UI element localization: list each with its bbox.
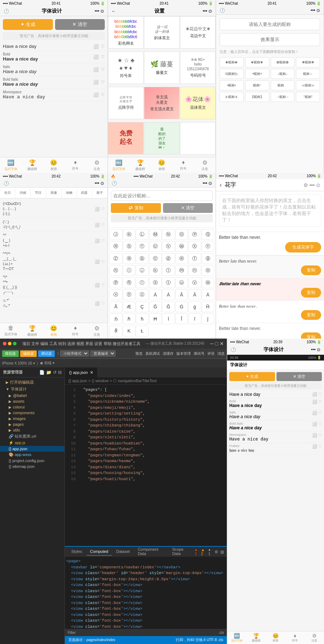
font-actions-mono[interactable]: ⬜♡ (93, 92, 105, 97)
char-a[interactable]: ⓐ (123, 253, 136, 264)
nick-style-16[interactable]: °昵称° (296, 92, 320, 102)
tree-open-editors[interactable]: ▶ 打开的编辑器 (0, 379, 64, 386)
gear-icon-6[interactable]: ⚙ ••• ⊙ (303, 182, 320, 188)
char-U[interactable]: Ⓤ (149, 241, 162, 252)
tree-project-root[interactable]: ▼ 字体设计 (0, 386, 64, 393)
copy-icons-1[interactable]: ⬜♡ (95, 207, 105, 211)
tab-weapon[interactable]: 武器 (77, 188, 93, 198)
nav-font-2[interactable]: 🔤花式字体 (108, 157, 130, 173)
char-H3[interactable]: ℏ (123, 313, 136, 324)
nav-settings-2[interactable]: ⚙注意 (194, 157, 216, 173)
sim-generate-btn[interactable]: ✦ 生成 (229, 372, 275, 381)
grid-flower-en[interactable]: 🌸花体🌸 花体英文 (180, 87, 216, 119)
copy-icons-2[interactable]: ⬜♡ (95, 223, 105, 227)
tree-pages[interactable]: ▶ pages (0, 421, 64, 427)
nav-emoji-4[interactable]: 😊表情 (43, 323, 65, 339)
copy-icons-6[interactable]: ⬜♡ (95, 301, 105, 306)
minimize-btn[interactable] (8, 342, 12, 345)
grid-number[interactable]: ⑨⊕ 9G+hello13512345678 号码符号 (180, 52, 216, 84)
char-text-input[interactable] (111, 191, 213, 201)
sim-clear-btn[interactable]: ✕ 清空 (276, 372, 322, 381)
tree-app-wxss[interactable]: 🎨 app.wxss (0, 452, 64, 458)
tab-app-json[interactable]: {} app.json ✕ (65, 367, 98, 377)
nick-style-6[interactable]: ༄昵称༄ (245, 69, 269, 79)
maximize-btn[interactable] (13, 342, 17, 345)
nick-style-14[interactable]: 【昵称】 (245, 92, 269, 102)
tree-project-config[interactable]: {} project.config.json (0, 458, 64, 464)
sim-nav-rank[interactable]: 🏆颜值榜 (247, 631, 266, 644)
devtools-tab-scope[interactable]: Scope Data (168, 546, 194, 558)
generate-btn-1[interactable]: ✦ 生成 (3, 19, 53, 30)
grid-friend[interactable]: 最酷的的了朋友圈！ (144, 122, 180, 155)
compile-select[interactable]: 普通编译 (90, 350, 116, 357)
tree-app-js[interactable]: ⚡ app.js (0, 440, 64, 446)
sim-nav-symbol[interactable]: ♦符号 (285, 631, 305, 644)
version-mgr[interactable]: 版本管理 (176, 351, 191, 356)
char-H1[interactable]: Ĥ (202, 301, 215, 312)
char-V[interactable]: Ⓥ (162, 241, 175, 252)
font-actions-italic[interactable]: ⬜♡ (93, 67, 105, 72)
back-2[interactable]: ← (112, 9, 116, 14)
char-M[interactable]: Ⓜ (149, 229, 162, 240)
nick-style-11[interactable]: 昵称ゞ (271, 80, 295, 90)
char-i[interactable]: ⓘ (123, 265, 136, 276)
nickname-input[interactable] (220, 18, 320, 30)
devtools-gear[interactable]: ⚙ (215, 550, 218, 554)
char-r[interactable]: ⓡ (136, 277, 149, 288)
char-G2[interactable]: Ğ (162, 301, 175, 312)
char-L1[interactable]: Ł (136, 326, 149, 336)
copy-icons-3[interactable]: ⬜♡ (95, 238, 105, 243)
char-q[interactable]: ⓠ (123, 277, 136, 288)
tab-birthday[interactable]: 生日 (0, 188, 15, 198)
close-btn[interactable] (3, 342, 6, 345)
mode-select[interactable]: 小程序模式 (60, 350, 89, 357)
char-e[interactable]: ⓔ (175, 253, 188, 264)
nav-symbol-2[interactable]: ♦符号 (172, 157, 194, 173)
nick-style-10[interactable]: 昵称ᵎᵎ (245, 80, 269, 90)
devtools-tab-dataset[interactable]: Dataset (113, 548, 134, 556)
flower-copy-btn-1[interactable]: 复制 (301, 265, 321, 275)
devtools-tab-component[interactable]: Component Data (134, 546, 168, 558)
flower-generate-btn[interactable]: 生成花体字 (285, 242, 321, 252)
clear-cache-btn[interactable]: 清缓存 (163, 351, 174, 356)
sim-nav-emoji[interactable]: 😊表情 (266, 631, 285, 644)
back-btn-6[interactable]: ‹ (220, 181, 222, 189)
char-W[interactable]: Ⓦ (175, 241, 188, 252)
char-j[interactable]: ⓙ (136, 265, 149, 276)
char-m[interactable]: ⓜ (175, 265, 188, 276)
btn-simulator[interactable]: 模拟器 (2, 350, 19, 357)
grid-colorful[interactable]: bbbbbbbfcbcbbbbbbfcbcbbbbbbbfcbcb6b6b6b6… (108, 16, 144, 49)
grid-italic-en[interactable]: 这一试这一斜体 斜体英文 (144, 16, 180, 49)
nick-style-8[interactable]: 昵称～ (296, 69, 320, 79)
char-A6[interactable]: Å (109, 301, 122, 312)
clear-btn-1[interactable]: ✕ 清空 (55, 19, 105, 30)
char-clear-btn[interactable]: ✕ 清空 (163, 203, 213, 213)
char-X[interactable]: Ⓧ (188, 241, 201, 252)
flower-copy-btn-4[interactable]: 复制 (301, 332, 321, 339)
grid-dotmatrix[interactable]: 点阵字符示例文字 点阵字符 (108, 87, 144, 119)
char-P[interactable]: Ⓟ (188, 229, 201, 240)
char-Z[interactable]: Ⓩ (109, 253, 122, 264)
nav-emoji[interactable]: 😊表情 (43, 157, 65, 173)
char-K1[interactable]: Κ (123, 326, 136, 336)
tab-greeting[interactable]: 问候 (15, 188, 31, 198)
nick-style-2[interactable]: ❦昵称❦ (245, 57, 269, 67)
nick-style-1[interactable]: ❀昵称❀ (220, 57, 244, 67)
devtools-tab-computed[interactable]: Computed (86, 548, 112, 556)
copy-icons-4[interactable]: ⬜♡ (95, 259, 105, 264)
char-S[interactable]: Ⓢ (123, 241, 136, 252)
sim-nav-font[interactable]: 🔤花式字体 (227, 631, 247, 644)
flower-copy-btn-3[interactable]: 复制 (301, 310, 321, 320)
ide-min-icon[interactable]: ─ (210, 341, 214, 346)
nick-style-3[interactable]: ✿昵称✿ (271, 57, 295, 67)
nav-rank-2[interactable]: 🏆颜值榜 (130, 157, 151, 173)
char-v[interactable]: ⓥ (188, 277, 201, 288)
nick-style-4[interactable]: ❋昵称❋ (296, 57, 320, 67)
tab-face[interactable]: 面子 (92, 188, 108, 198)
preview-btn[interactable]: 预览 (135, 351, 143, 356)
char-special1[interactable]: ϑ (109, 326, 122, 336)
char-H4[interactable]: ħ (136, 313, 149, 324)
char-c[interactable]: ⓒ (149, 253, 162, 264)
nick-style-9[interactable]: •昵称• (220, 80, 244, 90)
char-Q[interactable]: Ⓠ (202, 229, 215, 240)
